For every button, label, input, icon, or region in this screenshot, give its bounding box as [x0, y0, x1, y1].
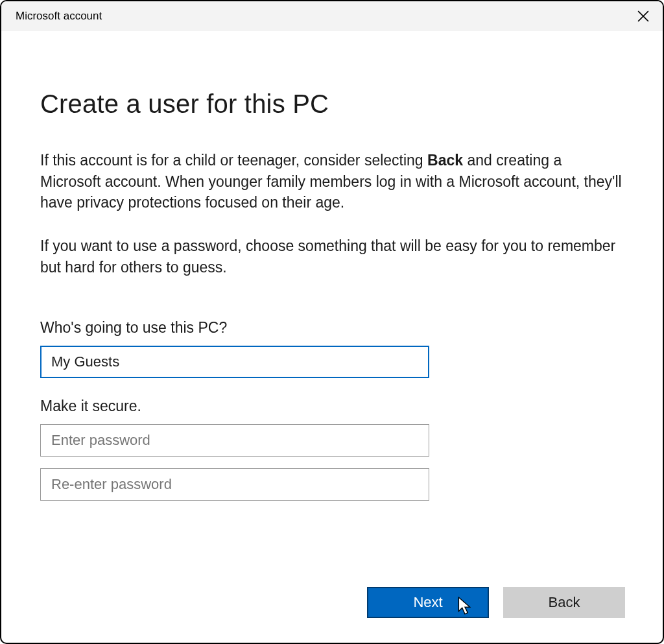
description-1-before: If this account is for a child or teenag… [40, 152, 427, 169]
next-button[interactable]: Next [367, 587, 489, 618]
secure-label: Make it secure. [40, 398, 624, 415]
password-field-group [40, 424, 429, 501]
dialog-content: Create a user for this PC If this accoun… [1, 31, 663, 643]
window-title: Microsoft account [16, 10, 102, 23]
username-input[interactable] [40, 346, 429, 378]
dialog-footer: Next Back [367, 587, 625, 618]
password-confirm-input[interactable] [40, 468, 429, 501]
password-input[interactable] [40, 424, 429, 457]
back-button[interactable]: Back [503, 587, 625, 618]
username-field-group [40, 346, 429, 378]
page-heading: Create a user for this PC [40, 89, 624, 119]
close-icon [637, 10, 649, 22]
username-label: Who's going to use this PC? [40, 319, 624, 337]
close-button[interactable] [624, 1, 663, 31]
titlebar: Microsoft account [1, 1, 663, 31]
description-1-bold: Back [427, 152, 463, 169]
description-2: If you want to use a password, choose so… [40, 235, 624, 278]
dialog-window: Microsoft account Create a user for this… [0, 0, 664, 644]
description-1: If this account is for a child or teenag… [40, 150, 624, 213]
